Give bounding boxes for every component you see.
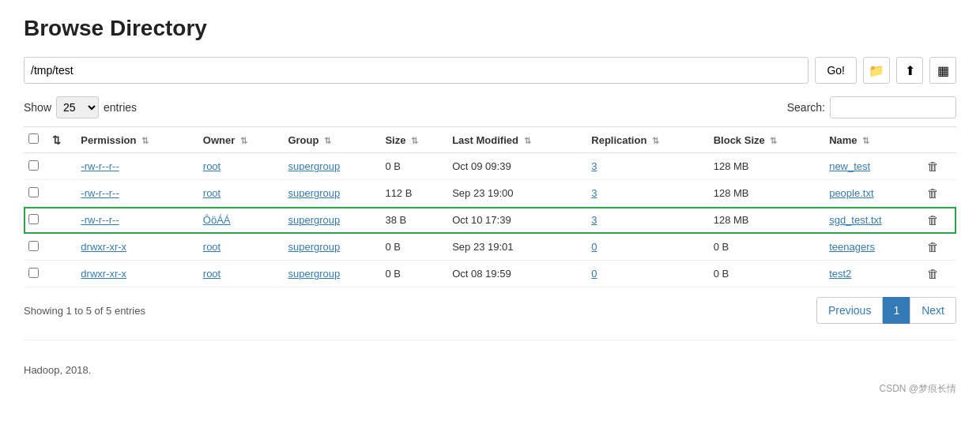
row-checkbox[interactable] [28,187,39,197]
row-block-size: 0 B [709,234,824,261]
page-1-button[interactable]: 1 [883,297,910,324]
replication-link[interactable]: 3 [591,160,597,172]
table-row: -rw-r--r--rootsupergroup0 BOct 09 09:393… [24,153,956,180]
group-link[interactable]: supergroup [288,241,340,253]
row-last-modified: Oct 09 09:39 [447,153,586,180]
table-header-row: ⇅ Permission ⇅ Owner ⇅ Group ⇅ Size ⇅ La… [24,127,956,153]
pagination: Previous 1 Next [816,297,956,324]
row-last-modified: Oct 10 17:39 [447,207,586,234]
row-name: new_test [824,153,922,180]
table-row: drwxr-xr-xrootsupergroup0 BSep 23 19:010… [24,234,956,261]
owner-link[interactable]: root [203,187,220,199]
replication-link[interactable]: 0 [591,241,597,253]
table-row: drwxr-xr-xrootsupergroup0 BOct 08 19:590… [24,261,956,287]
table-icon: ▦ [937,63,949,78]
folder-icon-button[interactable]: 📁 [863,57,890,84]
header-replication[interactable]: Replication ⇅ [586,127,708,153]
sort-modified-icon: ⇅ [524,136,531,145]
row-owner: ÔöÁÁ [198,207,284,234]
name-link[interactable]: teenagers [829,241,875,253]
header-checkbox [24,127,47,153]
group-link[interactable]: supergroup [288,187,340,199]
path-input[interactable] [24,57,808,84]
search-input[interactable] [830,96,956,118]
permission-link[interactable]: -rw-r--r-- [81,214,119,226]
header-owner[interactable]: Owner ⇅ [198,127,284,153]
group-link[interactable]: supergroup [288,160,340,172]
sort-size-icon: ⇅ [411,136,418,145]
row-actions: 🗑 [922,261,956,287]
permission-link[interactable]: -rw-r--r-- [81,160,119,172]
replication-link[interactable]: 3 [591,187,597,199]
row-name: teenagers [824,234,922,261]
delete-icon[interactable]: 🗑 [927,213,939,227]
row-checkbox[interactable] [28,268,39,278]
row-name: sgd_test.txt [824,207,922,234]
row-owner: root [198,261,284,287]
owner-link[interactable]: root [203,268,220,280]
row-block-size: 128 MB [709,207,824,234]
row-checkbox[interactable] [28,241,39,251]
showing-text: Showing 1 to 5 of 5 entries [24,305,145,317]
permission-link[interactable]: drwxr-xr-x [81,241,126,253]
next-button[interactable]: Next [910,297,956,324]
header-size[interactable]: Size ⇅ [380,127,447,153]
name-link[interactable]: sgd_test.txt [829,214,881,226]
show-label: Show [24,101,51,114]
row-owner: root [198,153,284,180]
footer-divider [24,340,956,340]
replication-link[interactable]: 0 [591,268,597,280]
row-actions: 🗑 [922,234,956,261]
owner-link[interactable]: root [203,241,220,253]
row-replication: 0 [586,261,708,287]
table-icon-button[interactable]: ▦ [929,57,956,84]
name-link[interactable]: people.txt [829,187,873,199]
header-group[interactable]: Group ⇅ [283,127,380,153]
previous-button[interactable]: Previous [816,297,883,324]
header-name[interactable]: Name ⇅ [824,127,922,153]
header-block-size[interactable]: Block Size ⇅ [709,127,824,153]
name-link[interactable]: new_test [829,160,870,172]
header-last-modified[interactable]: Last Modified ⇅ [447,127,586,153]
row-checkbox-cell [24,180,47,207]
permission-link[interactable]: -rw-r--r-- [81,187,119,199]
delete-icon[interactable]: 🗑 [927,160,939,173]
row-owner: root [198,180,284,207]
header-permission[interactable]: Permission ⇅ [76,127,198,153]
sort-owner-icon: ⇅ [240,136,247,145]
row-replication: 3 [586,180,708,207]
row-last-modified: Oct 08 19:59 [447,261,586,287]
name-link[interactable]: test2 [829,268,851,280]
row-name: people.txt [824,180,922,207]
row-group: supergroup [283,261,380,287]
row-permission: drwxr-xr-x [76,234,198,261]
delete-icon[interactable]: 🗑 [927,267,939,280]
delete-icon[interactable]: 🗑 [927,186,939,200]
row-size: 112 B [380,180,447,207]
row-permission: drwxr-xr-x [76,261,198,287]
replication-link[interactable]: 3 [591,214,597,226]
row-owner: root [198,234,284,261]
owner-link[interactable]: ÔöÁÁ [203,214,231,226]
delete-icon[interactable]: 🗑 [927,240,939,254]
select-all-checkbox[interactable] [28,133,39,144]
permission-link[interactable]: drwxr-xr-x [81,268,126,280]
upload-icon-button[interactable]: ⬆ [896,57,923,84]
row-sort-cell [47,234,76,261]
upload-icon: ⬆ [905,63,915,78]
folder-icon: 📁 [869,63,884,78]
entries-select[interactable]: 10 25 50 100 [56,96,99,118]
row-actions: 🗑 [922,180,956,207]
row-checkbox[interactable] [28,160,39,171]
go-button[interactable]: Go! [815,57,857,84]
table-row: -rw-r--r--rootsupergroup112 BSep 23 19:0… [24,180,956,207]
row-checkbox[interactable] [28,214,39,224]
group-link[interactable]: supergroup [288,268,340,280]
header-sort-all[interactable]: ⇅ [47,127,76,153]
row-sort-cell [47,153,76,180]
owner-link[interactable]: root [203,160,220,172]
group-link[interactable]: supergroup [288,214,340,226]
row-replication: 3 [586,153,708,180]
controls-row: Show 10 25 50 100 entries Search: [24,96,956,118]
show-entries: Show 10 25 50 100 entries [24,96,137,118]
